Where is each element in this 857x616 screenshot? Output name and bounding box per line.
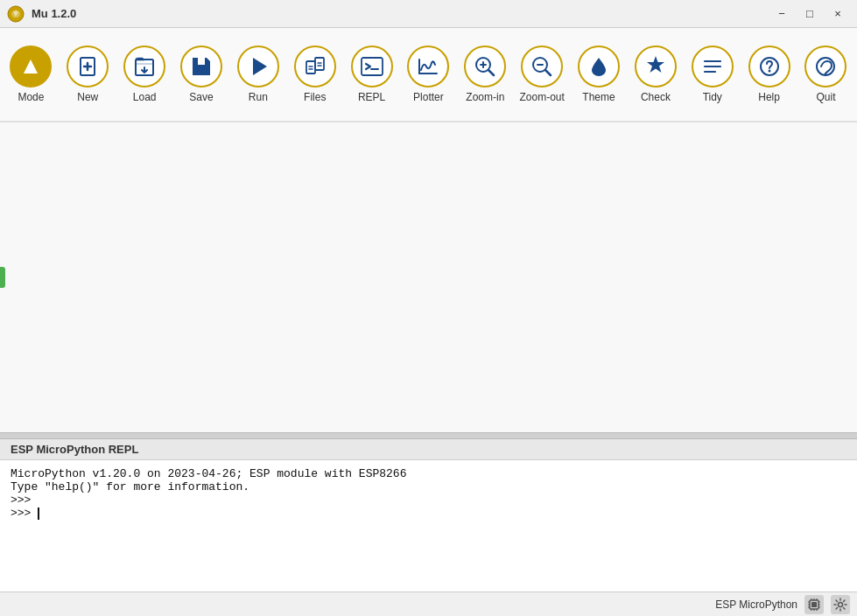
toolbar-zoomin-label: Zoom-in bbox=[466, 91, 504, 103]
editor-area bbox=[0, 122, 857, 432]
svg-point-22 bbox=[768, 70, 770, 73]
app-icon bbox=[7, 5, 25, 23]
svg-rect-26 bbox=[811, 602, 817, 607]
toolbar-theme-button[interactable]: Theme bbox=[572, 32, 627, 116]
toolbar-load-button[interactable]: Load bbox=[117, 32, 172, 116]
settings-icon[interactable] bbox=[831, 595, 850, 614]
toolbar-zoomout-button[interactable]: Zoom-out bbox=[515, 32, 570, 116]
toolbar-save-label: Save bbox=[189, 91, 213, 103]
mode-icon bbox=[10, 46, 52, 88]
toolbar-mode-button[interactable]: Mode bbox=[4, 32, 59, 116]
repl-header: ESP MicroPython REPL bbox=[0, 439, 857, 460]
svg-rect-7 bbox=[315, 58, 324, 70]
toolbar-run-label: Run bbox=[249, 91, 268, 103]
zoomout-icon bbox=[521, 46, 563, 88]
toolbar-help-button[interactable]: Help bbox=[741, 32, 797, 116]
toolbar-repl-button[interactable]: REPL bbox=[344, 32, 399, 116]
toolbar-tidy-button[interactable]: Tidy bbox=[685, 32, 740, 116]
minimize-button[interactable]: − bbox=[769, 4, 794, 24]
svg-line-12 bbox=[488, 70, 494, 75]
toolbar-zoomout-label: Zoom-out bbox=[519, 91, 564, 103]
status-label: ESP MicroPython bbox=[715, 598, 797, 611]
svg-rect-5 bbox=[202, 59, 205, 64]
cpu-icon[interactable] bbox=[804, 595, 824, 614]
maximize-button[interactable]: □ bbox=[797, 4, 822, 24]
toolbar-load-label: Load bbox=[133, 91, 157, 103]
toolbar-repl-label: REPL bbox=[358, 91, 385, 103]
left-marker bbox=[0, 267, 5, 288]
tidy-icon bbox=[692, 46, 734, 88]
statusbar: ESP MicroPython bbox=[0, 592, 857, 616]
toolbar-theme-label: Theme bbox=[582, 91, 615, 103]
repl-content[interactable]: MicroPython v1.20.0 on 2023-04-26; ESP m… bbox=[0, 460, 857, 592]
toolbar-quit-button[interactable]: Quit bbox=[798, 32, 853, 116]
toolbar-files-label: Files bbox=[304, 91, 326, 103]
plotter-icon bbox=[407, 46, 449, 88]
zoomin-icon bbox=[464, 46, 506, 88]
svg-marker-6 bbox=[253, 58, 267, 75]
toolbar-plotter-label: Plotter bbox=[413, 91, 444, 103]
toolbar-new-button[interactable]: New bbox=[60, 32, 116, 116]
help-icon bbox=[748, 46, 790, 88]
repl-container: ESP MicroPython REPL MicroPython v1.20.0… bbox=[0, 439, 857, 592]
new-icon bbox=[67, 46, 109, 88]
toolbar-quit-label: Quit bbox=[816, 91, 835, 103]
toolbar-files-button[interactable]: Files bbox=[287, 32, 342, 116]
toolbar: ModeNewLoadSaveRunFilesREPLPlotterZoom-i… bbox=[0, 28, 857, 122]
svg-point-39 bbox=[839, 602, 843, 606]
quit-icon bbox=[804, 46, 846, 88]
toolbar-tidy-label: Tidy bbox=[703, 91, 722, 103]
repl-cursor bbox=[38, 508, 39, 520]
svg-rect-9 bbox=[362, 58, 383, 75]
pane-divider[interactable] bbox=[0, 432, 857, 439]
toolbar-zoomin-button[interactable]: Zoom-in bbox=[458, 32, 513, 116]
app-title: Mu 1.2.0 bbox=[32, 7, 769, 20]
toolbar-mode-label: Mode bbox=[18, 91, 44, 103]
repl-icon bbox=[351, 46, 393, 88]
load-icon bbox=[123, 46, 165, 88]
toolbar-plotter-button[interactable]: Plotter bbox=[401, 32, 456, 116]
window-controls: − □ × bbox=[769, 4, 850, 24]
save-icon bbox=[180, 46, 222, 88]
svg-line-16 bbox=[545, 70, 551, 75]
check-icon bbox=[635, 46, 677, 88]
toolbar-check-label: Check bbox=[641, 91, 671, 103]
toolbar-check-button[interactable]: Check bbox=[628, 32, 683, 116]
theme-icon bbox=[578, 46, 620, 88]
run-icon bbox=[237, 46, 279, 88]
toolbar-run-button[interactable]: Run bbox=[230, 32, 285, 116]
files-icon bbox=[294, 46, 336, 88]
svg-point-24 bbox=[825, 74, 827, 76]
close-button[interactable]: × bbox=[825, 4, 850, 24]
toolbar-save-button[interactable]: Save bbox=[174, 32, 229, 116]
toolbar-new-label: New bbox=[77, 91, 98, 103]
titlebar: Mu 1.2.0 − □ × bbox=[0, 0, 857, 28]
svg-rect-8 bbox=[306, 61, 315, 74]
toolbar-help-label: Help bbox=[758, 91, 780, 103]
